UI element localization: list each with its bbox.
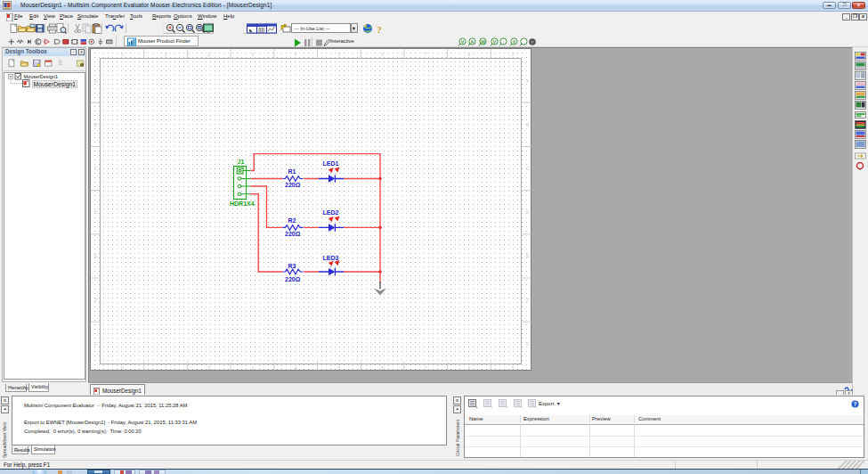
- svg-text:R3: R3: [288, 263, 296, 269]
- svg-text:LED2: LED2: [323, 209, 339, 216]
- svg-text:W: W: [480, 39, 485, 45]
- svg-text:?: ?: [854, 401, 857, 407]
- svg-text:V: V: [492, 39, 496, 45]
- svg-text:↕: ↕: [502, 39, 505, 45]
- svg-text:220Ω: 220Ω: [285, 231, 301, 237]
- svg-text:R2: R2: [288, 217, 296, 224]
- svg-text:220Ω: 220Ω: [285, 182, 301, 188]
- svg-text:V: V: [461, 39, 465, 45]
- svg-text:LED1: LED1: [323, 160, 339, 167]
- svg-text:?: ?: [377, 24, 382, 35]
- svg-text:R1: R1: [288, 168, 296, 175]
- svg-text:0: 0: [512, 39, 515, 45]
- svg-text:J1: J1: [238, 159, 245, 165]
- svg-text:A: A: [471, 39, 475, 45]
- svg-text:220Ω: 220Ω: [285, 276, 301, 282]
- svg-text:LED3: LED3: [323, 255, 339, 261]
- svg-text:HDR1X4: HDR1X4: [230, 200, 255, 207]
